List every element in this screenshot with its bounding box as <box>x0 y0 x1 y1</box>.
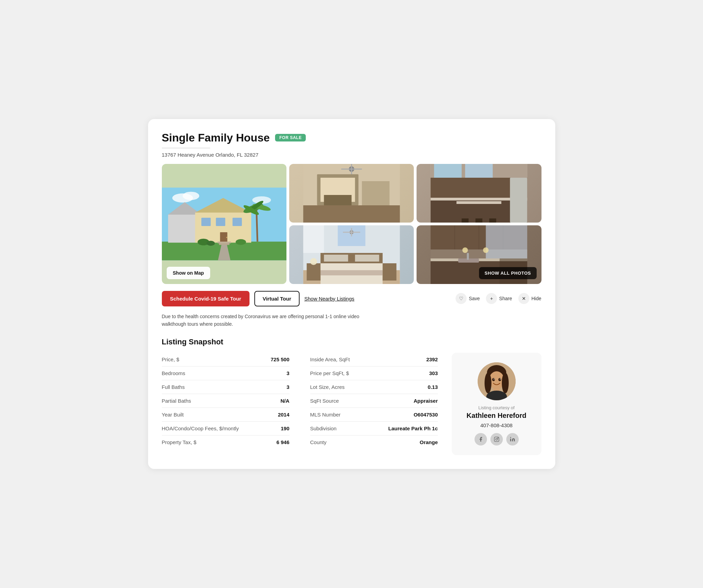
snapshot-row: Price per SqFt, $303 <box>310 366 438 380</box>
snapshot-value: Orange <box>420 439 438 445</box>
for-sale-badge: FOR SALE <box>275 134 306 141</box>
snapshot-row: Lot Size, Acres0.13 <box>310 380 438 394</box>
save-share-actions: ♡ Save + Share ✕ Hide <box>456 293 541 304</box>
svg-point-88 <box>497 438 498 439</box>
snapshot-row: CountyOrange <box>310 435 438 449</box>
virtual-tour-button[interactable]: Virtual Tour <box>254 291 300 306</box>
svg-rect-44 <box>510 178 527 223</box>
svg-point-23 <box>235 239 246 245</box>
svg-rect-16 <box>219 243 229 245</box>
snapshot-label: MLS Number <box>310 412 341 418</box>
svg-rect-30 <box>324 195 351 205</box>
snapshot-value: 725 500 <box>271 356 289 362</box>
svg-point-56 <box>310 258 317 265</box>
snapshot-row: Year Built2014 <box>162 408 290 422</box>
covid-notice: Due to the health concerns created by Co… <box>162 313 383 328</box>
snapshot-value: 2014 <box>278 412 289 418</box>
snapshot-row: Price, $725 500 <box>162 353 290 366</box>
title-divider <box>162 148 210 148</box>
snapshot-value: 3 <box>286 384 289 390</box>
schedule-tour-button[interactable]: Schedule Covid-19 Safe Tour <box>162 291 250 306</box>
svg-rect-51 <box>324 255 348 262</box>
snapshot-value: O6047530 <box>413 412 438 418</box>
svg-rect-29 <box>362 181 389 205</box>
linkedin-icon[interactable] <box>506 433 519 445</box>
svg-point-78 <box>485 373 491 393</box>
snapshot-label: Lot Size, Acres <box>310 384 345 390</box>
show-nearby-button[interactable]: Show Nearby Listings <box>304 296 354 302</box>
snapshot-title: Listing Snapshot <box>162 337 541 346</box>
close-icon: ✕ <box>518 293 529 304</box>
svg-point-83 <box>498 378 501 381</box>
agent-card: Listing courtesy of Kathleen Hereford 40… <box>452 353 541 455</box>
photo-living-room <box>289 164 414 223</box>
svg-rect-10 <box>201 218 211 226</box>
snapshot-value: 2392 <box>426 356 438 362</box>
snapshot-row: MLS NumberO6047530 <box>310 408 438 422</box>
svg-rect-42 <box>476 218 482 223</box>
snapshot-left: Price, $725 500Bedrooms3Full Baths3Parti… <box>162 353 290 449</box>
svg-rect-41 <box>462 218 469 223</box>
heart-icon: ♡ <box>456 293 467 304</box>
svg-point-89 <box>510 437 511 438</box>
snapshot-label: Inside Area, SqFt <box>310 356 350 362</box>
social-row <box>460 433 533 445</box>
agent-avatar <box>478 362 516 400</box>
snapshot-value: N/A <box>281 398 290 404</box>
snapshot-label: Partial Baths <box>162 398 191 404</box>
plus-icon: + <box>486 293 497 304</box>
snapshot-value: 3 <box>286 370 289 376</box>
snapshot-value: 0.13 <box>428 384 438 390</box>
svg-rect-45 <box>434 164 462 178</box>
share-button[interactable]: + Share <box>486 293 512 304</box>
svg-point-85 <box>500 379 500 380</box>
snapshot-label: Price per SqFt, $ <box>310 370 349 376</box>
svg-point-74 <box>483 247 489 253</box>
address: 13767 Heaney Avenue Orlando, FL 32827 <box>162 152 541 158</box>
snapshot-label: Full Baths <box>162 384 185 390</box>
snapshot-value: 190 <box>281 425 289 431</box>
show-on-map-button[interactable]: Show on Map <box>167 267 210 279</box>
svg-rect-11 <box>216 218 225 226</box>
snapshot-label: Subdivision <box>310 425 337 431</box>
svg-rect-40 <box>457 201 501 204</box>
main-photo: Show on Map <box>162 164 286 284</box>
actions-row: Schedule Covid-19 Safe Tour Virtual Tour… <box>162 291 541 306</box>
show-all-photos-button[interactable]: SHOW ALL PHOTOS <box>479 267 536 279</box>
instagram-icon[interactable] <box>490 433 503 445</box>
svg-rect-15 <box>217 242 231 243</box>
snapshot-right: Inside Area, SqFt2392Price per SqFt, $30… <box>310 353 438 449</box>
snapshot-value: 6 946 <box>276 439 290 445</box>
svg-point-73 <box>462 247 468 253</box>
svg-point-82 <box>492 378 495 381</box>
snapshot-row: Partial BathsN/A <box>162 394 290 408</box>
hide-button[interactable]: ✕ Hide <box>518 293 541 304</box>
snapshot-row: Full Baths3 <box>162 380 290 394</box>
snapshot-label: Bedrooms <box>162 370 185 376</box>
snapshot-row: Property Tax, $6 946 <box>162 435 290 449</box>
svg-point-2 <box>183 192 199 200</box>
page-title: Single Family House <box>162 131 270 144</box>
snapshot-value: Appraiser <box>413 398 438 404</box>
svg-rect-66 <box>467 253 469 260</box>
svg-point-79 <box>502 373 509 393</box>
photo-grid: Show on Map <box>162 164 541 284</box>
snapshot-row: HOA/Condo/Coop Fees, $/montly190 <box>162 422 290 435</box>
agent-phone: 407-808-4308 <box>460 422 533 428</box>
title-row: Single Family House FOR SALE <box>162 131 541 144</box>
snapshot-label: HOA/Condo/Coop Fees, $/montly <box>162 425 239 431</box>
svg-rect-54 <box>306 263 320 281</box>
facebook-icon[interactable] <box>475 433 487 445</box>
snapshot-label: SqFt Source <box>310 398 339 404</box>
snapshot-label: Year Built <box>162 412 184 418</box>
svg-point-24 <box>206 241 215 245</box>
save-button[interactable]: ♡ Save <box>456 293 480 304</box>
listing-card: Single Family House FOR SALE 13767 Heane… <box>148 119 555 469</box>
agent-name: Kathleen Hereford <box>460 412 533 420</box>
photo-bedroom <box>289 225 414 284</box>
snapshot-value: Laureate Park Ph 1c <box>388 425 438 431</box>
svg-rect-12 <box>232 218 242 226</box>
svg-rect-39 <box>458 202 500 219</box>
bottom-row: Price, $725 500Bedrooms3Full Baths3Parti… <box>162 353 541 455</box>
snapshot-row: SubdivisionLaureate Park Ph 1c <box>310 422 438 435</box>
